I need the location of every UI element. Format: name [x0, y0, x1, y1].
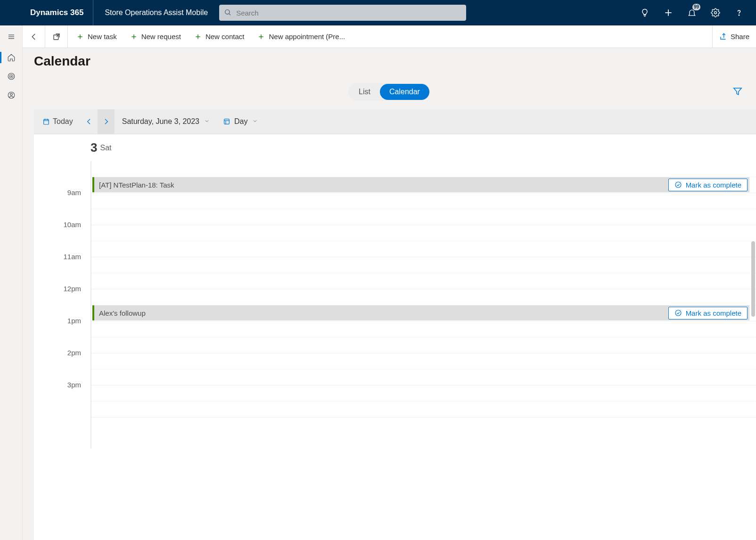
cmd-new-contact[interactable]: New contact: [188, 25, 251, 48]
command-bar: New task New request New contact New app…: [0, 25, 756, 48]
today-button[interactable]: Today: [38, 109, 78, 134]
cmd-label: New contact: [205, 33, 245, 41]
svg-point-9: [8, 73, 15, 80]
time-label: 12pm: [35, 285, 87, 293]
help-icon[interactable]: [728, 0, 750, 25]
cmd-label: New appointment (Pre...: [269, 33, 345, 41]
svg-point-33: [675, 182, 681, 188]
cmd-new-request[interactable]: New request: [123, 25, 188, 48]
lightbulb-icon[interactable]: [633, 0, 656, 25]
search-icon: [224, 8, 235, 17]
svg-point-34: [675, 310, 681, 316]
share-button[interactable]: Share: [712, 25, 756, 48]
svg-line-1: [229, 14, 230, 15]
next-day-button[interactable]: [98, 109, 115, 134]
event-title: [AT] NTestPlan-18: Task: [99, 181, 668, 189]
calendar-date-label: Saturday, June 3, 2023: [122, 117, 199, 126]
svg-rect-30: [224, 119, 230, 124]
time-label: 3pm: [35, 381, 87, 389]
hamburger-icon[interactable]: [0, 25, 22, 48]
cmd-label: New request: [141, 33, 181, 41]
brand-group: Dynamics 365 Store Operations Assist Mob…: [0, 0, 219, 25]
svg-line-15: [57, 34, 59, 37]
share-label: Share: [731, 33, 749, 41]
view-toggle: List Calendar: [348, 83, 430, 101]
notification-badge: 99: [692, 4, 700, 10]
calendar-grid: 8am9am10am11am12pm1pm2pm3pm[AT] NTestPla…: [90, 161, 756, 449]
page-title: Calendar: [23, 48, 756, 74]
page-body: Calendar List Calendar Today: [23, 48, 756, 540]
time-label: 10am: [35, 221, 87, 229]
today-label: Today: [53, 117, 73, 126]
view-calendar-pill[interactable]: Calendar: [380, 84, 429, 100]
calendar-hour-row[interactable]: 1pm: [91, 321, 756, 353]
cmd-new-task[interactable]: New task: [70, 25, 123, 48]
calendar-controls: Today Saturday, June 3, 2023: [34, 109, 756, 134]
calendar-event[interactable]: [AT] NTestPlan-18: TaskMark as complete: [92, 177, 749, 192]
search-input[interactable]: [235, 8, 461, 17]
chevron-down-icon: [252, 117, 258, 126]
calendar-day-header: 3 Sat: [34, 134, 756, 161]
nav-profile[interactable]: [0, 86, 22, 105]
calendar-hour-row[interactable]: 2pm: [91, 353, 756, 385]
brand-label[interactable]: Dynamics 365: [0, 0, 93, 25]
svg-point-13: [10, 93, 12, 96]
mark-complete-button[interactable]: Mark as complete: [668, 179, 748, 191]
svg-point-4: [715, 12, 717, 14]
nav-home[interactable]: [0, 48, 22, 67]
nav-target[interactable]: [0, 67, 22, 86]
calendar-hour-row[interactable]: 11am: [91, 257, 756, 289]
svg-marker-25: [734, 88, 742, 95]
calendar-hour-row[interactable]: 10am: [91, 225, 756, 257]
svg-point-11: [10, 76, 11, 77]
calendar-hour-row[interactable]: 9am: [91, 193, 756, 225]
app-name[interactable]: Store Operations Assist Mobile: [93, 0, 219, 25]
time-label: 11am: [35, 253, 87, 261]
cmd-new-appointment[interactable]: New appointment (Pre...: [251, 25, 352, 48]
notifications-icon[interactable]: 99: [681, 0, 703, 25]
svg-rect-26: [44, 119, 49, 124]
prev-day-button[interactable]: [81, 109, 98, 134]
settings-icon[interactable]: [704, 0, 727, 25]
svg-point-10: [9, 74, 13, 78]
scrollbar-thumb[interactable]: [751, 241, 755, 317]
svg-point-5: [739, 15, 739, 15]
time-label: 9am: [35, 188, 87, 196]
filter-icon[interactable]: [732, 86, 743, 98]
time-label: 2pm: [35, 349, 87, 357]
time-label: 1pm: [35, 317, 87, 325]
svg-point-0: [225, 9, 230, 14]
event-title: Alex's followup: [99, 309, 668, 317]
calendar-view-picker[interactable]: Day: [217, 117, 263, 126]
search-wrap: [219, 5, 633, 21]
add-icon[interactable]: [657, 0, 680, 25]
view-list-pill[interactable]: List: [349, 84, 380, 100]
command-buttons: New task New request New contact New app…: [68, 25, 712, 48]
mark-complete-label: Mark as complete: [686, 309, 741, 317]
mark-complete-button[interactable]: Mark as complete: [668, 307, 748, 319]
day-number: 3: [90, 140, 97, 155]
view-toggle-row: List Calendar: [23, 74, 756, 109]
back-button[interactable]: [23, 25, 45, 48]
calendar-event[interactable]: Alex's followupMark as complete: [92, 305, 749, 320]
calendar-grid-scroll[interactable]: 8am9am10am11am12pm1pm2pm3pm[AT] NTestPla…: [34, 161, 756, 540]
calendar-view-label: Day: [234, 117, 247, 126]
calendar-hour-row[interactable]: 3pm: [91, 385, 756, 417]
topbar-actions: 99: [633, 0, 750, 25]
chevron-down-icon: [204, 117, 210, 126]
global-topbar: Dynamics 365 Store Operations Assist Mob…: [0, 0, 756, 25]
day-abbrev: Sat: [100, 144, 111, 152]
mark-complete-label: Mark as complete: [686, 181, 741, 189]
cmd-label: New task: [88, 33, 117, 41]
left-rail: [0, 25, 23, 540]
global-search[interactable]: [219, 5, 466, 21]
calendar-date-picker[interactable]: Saturday, June 3, 2023: [117, 117, 214, 126]
open-newwindow-icon[interactable]: [45, 25, 68, 48]
